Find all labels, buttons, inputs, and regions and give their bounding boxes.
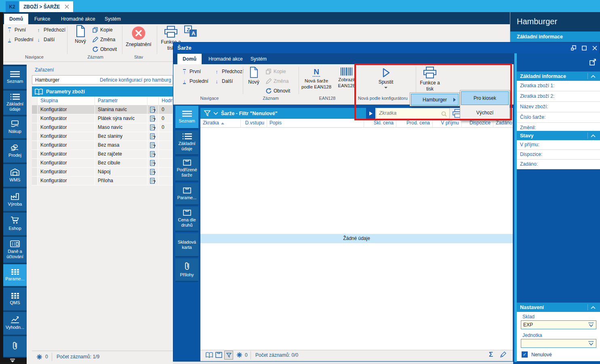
sidebar-item-zakladni-udaje[interactable]: Základní údaje (3, 90, 27, 116)
combo-dropdown-icon[interactable] (588, 341, 594, 346)
dialog-sidebar-item-seznam[interactable]: Seznam (175, 106, 198, 129)
sidebar-item-parametry[interactable]: Parame... (3, 264, 27, 287)
chevron-up-icon[interactable] (587, 304, 598, 310)
refresh-button[interactable]: Obnovit (92, 45, 117, 53)
table-row[interactable]: KonfigurátorPlátek sýra navíc?0 (32, 114, 173, 123)
section-stavy[interactable]: Stavy (517, 131, 600, 140)
section-nastaveni[interactable]: Nastavení (517, 303, 600, 312)
quick-filter-button[interactable] (366, 108, 375, 119)
copy-button[interactable]: Kopie (92, 26, 113, 34)
sidebar-item-wms[interactable]: WMS (3, 164, 27, 187)
dialog-sidebar-item-zakladni-udaje[interactable]: Základní údaje (175, 130, 198, 156)
note-icon[interactable]: ? (147, 132, 159, 141)
table-header[interactable]: Skupina Parametr Hodnota (32, 97, 173, 105)
combo-dropdown-icon[interactable] (588, 322, 594, 327)
top-tab-zbozi-sarze[interactable]: ZBOŽÍ > ŠARŽE (19, 1, 73, 12)
column-hodnota[interactable]: Hodnota (159, 97, 173, 105)
tab-funkce[interactable]: Funkce (29, 14, 55, 24)
functions-print-button[interactable]: Funkce a tisk (417, 67, 442, 92)
section-zakladni-informace[interactable]: Základní informace (517, 72, 600, 81)
asterisk-icon[interactable] (236, 352, 242, 358)
invalidate-button[interactable]: Zneplatnění (121, 26, 156, 48)
jednotka-combo[interactable] (521, 339, 596, 348)
close-icon[interactable] (65, 4, 69, 9)
popin-icon[interactable] (571, 45, 576, 50)
run-button[interactable]: Spustit (357, 67, 415, 88)
table-row[interactable]: KonfigurátorNápoj? (32, 168, 173, 177)
table-row[interactable]: KonfigurátorBez slaniny? (32, 132, 173, 141)
chevron-up-icon[interactable] (587, 73, 598, 79)
menu-item-pro-kiosek[interactable]: Pro kiosek (461, 91, 509, 105)
column-skl-cena[interactable]: Skl. cena (364, 119, 396, 127)
table-row[interactable]: KonfigurátorBez cibule? (32, 159, 173, 168)
first-button[interactable]: ↑První (181, 67, 201, 76)
chevron-up-icon[interactable] (587, 133, 598, 139)
column-popis[interactable]: Popis (267, 119, 364, 127)
search-input[interactable] (377, 108, 437, 118)
crate-icon[interactable] (215, 352, 222, 358)
book-icon[interactable] (206, 352, 213, 358)
k2-logo[interactable]: K2 (6, 1, 19, 12)
table-row[interactable]: KonfigurátorMaso navíc?0 (32, 123, 173, 132)
note-icon[interactable]: ? (147, 168, 159, 177)
dialog-sidebar-item-prilohy[interactable]: Přílohy (175, 259, 198, 282)
table-row[interactable]: KonfigurátorBez masa? (32, 141, 173, 150)
note-icon[interactable]: ? (147, 105, 159, 114)
dialog-tab-system[interactable]: Systém (245, 54, 272, 64)
zarazeni-field[interactable]: Hamburger Definice konfigurací pro hambu… (32, 75, 173, 84)
sklad-combo[interactable]: EXP (521, 320, 596, 329)
column-prod-cena[interactable]: Prod. cena (396, 119, 433, 127)
new-button[interactable]: Nový (71, 25, 90, 44)
dialog-sidebar-item-podrizene-sarze[interactable]: Podřízené šarže (175, 157, 198, 182)
dialog-sidebar-item-cena-dle-druhu[interactable]: Cena dle druhů (175, 207, 198, 232)
maximize-icon[interactable] (582, 46, 587, 50)
pencil-icon[interactable] (500, 351, 506, 358)
sidebar-item-eshop[interactable]: Eshop (3, 213, 27, 236)
note-icon[interactable]: ? (147, 177, 159, 185)
asterisk-icon[interactable] (36, 354, 42, 360)
sidebar-item-nakup[interactable]: Nákup (3, 116, 27, 139)
dropdown-arrow-icon[interactable] (384, 87, 387, 88)
column-parametr[interactable]: Parametr (95, 97, 147, 105)
new-batch-ean128-button[interactable]: N Nová šarže podle EAN128 (300, 67, 333, 90)
sidebar-item-qms[interactable]: QMS (3, 288, 27, 311)
detail-tab-zakladni-informace[interactable]: Základní informace (510, 32, 600, 42)
translate-button[interactable]: ZA (183, 25, 199, 38)
show-ean128-button[interactable]: Zobrazit EAN128 (334, 67, 359, 89)
note-icon[interactable]: ? (147, 123, 159, 132)
last-button[interactable]: ↓Poslední (181, 77, 208, 85)
next-button[interactable]: ↓Další (36, 36, 55, 44)
column-zkratka[interactable]: Zkratka (200, 119, 241, 127)
sum-icon[interactable]: Σ (489, 351, 493, 359)
first-button[interactable]: ↑První (6, 26, 26, 34)
change-button[interactable]: Změna (92, 36, 115, 44)
dialog-tab-hromadne-akce[interactable]: Hromadné akce (203, 54, 248, 64)
sidebar-item-seznam[interactable]: Seznam (3, 66, 27, 90)
sidebar-item-dane-a-uctovani[interactable]: Daně a účtování (3, 237, 27, 263)
chevron-down-icon[interactable] (213, 112, 218, 115)
menu-item-hamburger[interactable]: Hamburger (411, 94, 459, 105)
refresh-button[interactable]: Obnovit (265, 87, 290, 95)
table-row[interactable]: KonfigurátorBez rajčete? (32, 150, 173, 159)
previous-button[interactable]: ↑Předchozí (36, 26, 65, 34)
nenulove-checkbox[interactable]: ✓ (522, 351, 528, 358)
note-icon[interactable]: ? (147, 114, 159, 123)
filter-toggle-active[interactable] (224, 351, 233, 360)
tab-hromadne-akce[interactable]: Hromadné akce (56, 14, 101, 24)
sidebar-item-prodej[interactable]: Prodej (3, 140, 27, 163)
tab-domu[interactable]: Domů (4, 14, 28, 24)
note-icon[interactable]: ? (147, 141, 159, 150)
tab-system[interactable]: Systém (99, 14, 126, 24)
note-icon[interactable]: ? (147, 150, 159, 159)
note-icon[interactable]: ? (147, 159, 159, 168)
column-skupina[interactable]: Skupina (38, 97, 95, 105)
table-row[interactable]: KonfigurátorPříloha? (32, 177, 173, 185)
dialog-sidebar-item-parametry[interactable]: Parame... (175, 183, 198, 206)
sidebar-item-vyhodnoceni[interactable]: Vyhodn... (3, 312, 27, 335)
previous-button[interactable]: ↑Předchozí (214, 67, 244, 76)
next-button[interactable]: ↓Další (214, 77, 233, 85)
column-v-prijmu[interactable]: V příjmu (433, 119, 462, 127)
filter-bar[interactable]: Šarže - Filtr "Nenulové" (200, 108, 366, 119)
parametry-zbozi-header[interactable]: Parametry zboží (32, 86, 173, 97)
close-icon[interactable] (592, 46, 597, 50)
